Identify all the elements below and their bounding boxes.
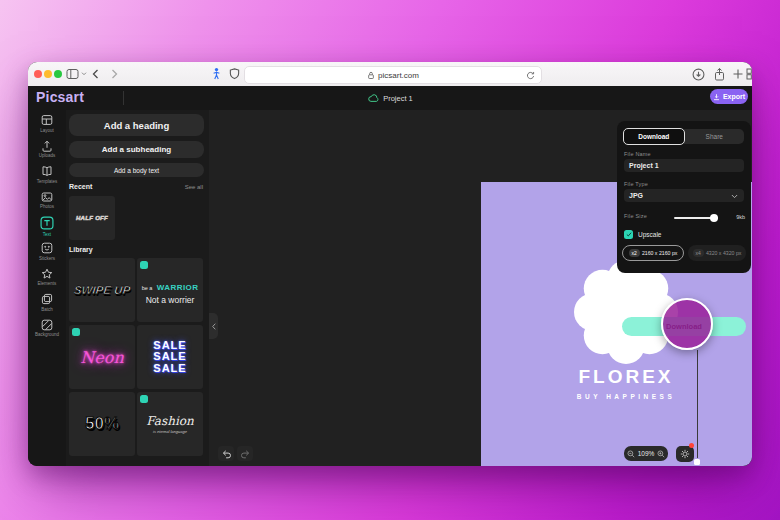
cloud-sync-icon	[367, 93, 379, 103]
sidebar-item-uploads[interactable]: Uploads	[28, 140, 66, 165]
file-size-slider-thumb[interactable]	[710, 214, 718, 222]
sidebar-toggle-icon[interactable]	[66, 68, 79, 80]
upscale-option-x4[interactable]: x4 4320 x 4320 px	[688, 245, 746, 261]
zoom-out-icon[interactable]	[627, 450, 635, 458]
add-heading-button[interactable]: Add a heading	[69, 114, 204, 136]
sidebar-item-text[interactable]: Text	[28, 216, 66, 241]
tool-rail: Layout Uploads Templates Photos Text Sti…	[28, 110, 66, 466]
undo-button[interactable]	[218, 446, 234, 461]
zoom-control: 109%	[624, 446, 668, 461]
file-name-label: File Name	[624, 151, 651, 157]
click-indicator-circle	[661, 298, 713, 350]
panel-scrollbar-handle[interactable]	[694, 459, 700, 465]
flower-shape[interactable]	[574, 260, 678, 364]
file-size-label: File Size	[624, 213, 647, 219]
file-name-value: Project 1	[629, 162, 659, 169]
text-style-tile-sale[interactable]: SALESALESALE	[137, 325, 203, 389]
file-type-value: JPG	[629, 192, 643, 199]
app-header: Picsart Project 1 Export	[28, 86, 752, 111]
upscale-checkbox[interactable]	[624, 230, 633, 239]
premium-badge-icon	[140, 261, 148, 269]
file-size-value: 9kb	[720, 214, 745, 220]
tab-download[interactable]: Download	[623, 128, 685, 145]
panel-scrollbar-track	[697, 350, 698, 458]
file-name-input[interactable]: Project 1	[624, 159, 744, 172]
export-icon	[713, 93, 720, 101]
downloads-icon[interactable]	[692, 68, 705, 81]
text-panel: Add a heading Add a subheading Add a bod…	[66, 110, 209, 466]
zoom-level[interactable]: 109%	[638, 450, 655, 457]
forward-button[interactable]	[111, 69, 118, 79]
project-title-group: Project 1	[28, 86, 752, 110]
export-label: Export	[723, 93, 745, 100]
upscale-label: Upscale	[638, 231, 661, 238]
see-all-link[interactable]: See all	[185, 184, 203, 190]
minimize-window-button[interactable]	[44, 70, 52, 78]
sidebar-item-photos[interactable]: Photos	[28, 191, 66, 216]
sidebar-item-templates[interactable]: Templates	[28, 165, 66, 190]
redo-button[interactable]	[237, 446, 253, 461]
sidebar-item-layout[interactable]: Layout	[28, 114, 66, 139]
project-title[interactable]: Project 1	[383, 94, 413, 103]
premium-badge-icon	[72, 328, 80, 336]
recent-section-label: Recent	[69, 183, 92, 190]
sidebar-item-background[interactable]: Background	[28, 319, 66, 344]
x4-label: 4320 x 4320 px	[706, 250, 741, 256]
notification-dot	[689, 443, 694, 448]
privacy-shield-icon[interactable]	[229, 68, 240, 80]
lock-icon	[367, 71, 375, 80]
tab-overview-icon[interactable]	[746, 68, 752, 80]
chevron-down-icon[interactable]	[81, 72, 87, 76]
browser-window: picsart.com Picsart Project 1	[28, 62, 752, 466]
premium-badge-icon	[140, 395, 148, 403]
x4-badge: x4	[693, 249, 704, 257]
recent-text-style-tile[interactable]: HALF OFF	[69, 196, 115, 240]
x2-label: 2160 x 2160 px	[642, 250, 677, 256]
tab-share[interactable]: Share	[685, 129, 745, 144]
sidebar-item-stickers[interactable]: Stickers	[28, 242, 66, 267]
brand-text[interactable]: FLOREX	[481, 366, 752, 388]
export-button[interactable]: Export	[710, 89, 748, 104]
settings-button[interactable]	[676, 446, 694, 462]
download-panel: Download Share File Name Project 1 File …	[617, 121, 751, 273]
file-type-select[interactable]: JPG	[624, 189, 744, 202]
gear-icon	[680, 449, 690, 459]
browser-toolbar: picsart.com	[28, 62, 752, 87]
upscale-option-x2[interactable]: x2 2160 x 2160 px	[622, 245, 684, 261]
accessibility-person-icon[interactable]	[211, 67, 222, 81]
new-tab-icon[interactable]	[732, 68, 744, 80]
refresh-icon[interactable]	[526, 71, 535, 80]
text-style-tile-fifty-percent[interactable]: 50%	[69, 392, 135, 456]
sidebar-item-elements[interactable]: Elements	[28, 268, 66, 293]
share-icon[interactable]	[713, 67, 726, 82]
sidebar-item-batch[interactable]: Batch	[28, 293, 66, 318]
panel-collapse-handle[interactable]	[209, 313, 218, 339]
add-body-text-button[interactable]: Add a body text	[69, 163, 204, 177]
fullscreen-window-button[interactable]	[54, 70, 62, 78]
close-window-button[interactable]	[34, 70, 42, 78]
zoom-in-icon[interactable]	[657, 450, 665, 458]
file-type-label: File Type	[624, 181, 648, 187]
tagline-text[interactable]: BUY HAPPINESS	[481, 393, 752, 400]
desktop-background: picsart.com Picsart Project 1	[0, 0, 780, 520]
text-style-tile-swipe-up[interactable]: SWIPE UP	[69, 258, 135, 322]
add-subheading-button[interactable]: Add a subheading	[69, 141, 204, 158]
download-share-tabs: Download Share	[624, 129, 744, 144]
library-section-label: Library	[69, 246, 93, 253]
address-bar[interactable]: picsart.com	[244, 66, 542, 84]
x2-badge: x2	[629, 249, 640, 257]
chevron-down-icon	[731, 194, 738, 199]
back-button[interactable]	[92, 69, 99, 79]
url-text: picsart.com	[378, 71, 419, 80]
